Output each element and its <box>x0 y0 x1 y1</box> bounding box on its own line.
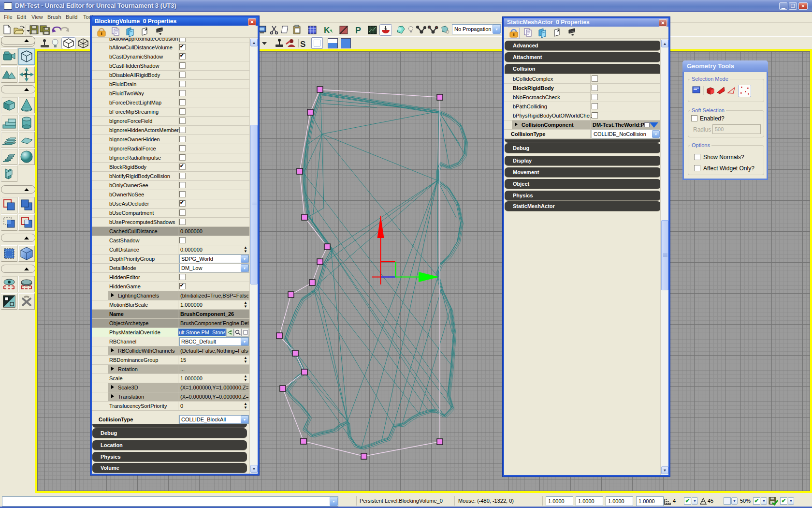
svg-text:P: P <box>355 26 361 35</box>
svg-text:T: T <box>24 72 28 78</box>
svg-text:K: K <box>324 26 330 35</box>
svg-text:S: S <box>300 40 305 49</box>
